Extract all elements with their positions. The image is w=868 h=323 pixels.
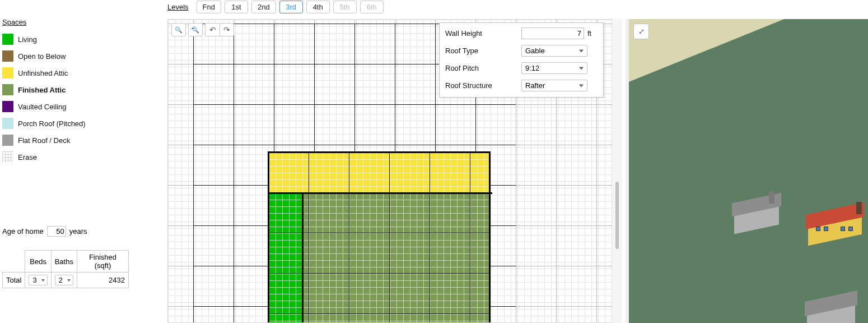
baths-select[interactable]: 2 — [55, 275, 73, 285]
swatch-living — [2, 34, 13, 45]
roof-struct-label: Roof Structure — [445, 81, 518, 90]
roof-pitch-label: Roof Pitch — [445, 64, 518, 72]
floor-outline — [268, 151, 491, 323]
space-unfin-label: Unfinished Attic — [18, 69, 68, 77]
orbit-button[interactable]: ↔ — [633, 24, 649, 39]
stats-table: Beds Baths Finished (sqft) Total 3 2 243… — [2, 250, 129, 288]
zoom-out-button[interactable] — [188, 23, 203, 36]
roof-pitch-select[interactable]: 9:12 — [521, 62, 587, 74]
finished-sqft: 2432 — [77, 273, 128, 288]
space-flat-label: Flat Roof / Deck — [18, 136, 70, 145]
wall-height-unit: ft — [587, 29, 598, 38]
levels-bar: Levels Fnd 1st 2nd 3rd 4th 5th 6th — [167, 0, 384, 13]
swatch-erase — [2, 151, 13, 163]
spaces-panel: Spaces Living Open to Below Unfinished A… — [0, 18, 129, 288]
space-open-label: Open to Below — [18, 52, 66, 61]
swatch-unfin — [2, 67, 13, 79]
swatch-vault — [2, 101, 13, 112]
roof-struct-select[interactable]: Rafter — [521, 80, 587, 91]
space-fin-label: Finished Attic — [18, 86, 66, 94]
hdr-baths: Baths — [51, 251, 77, 273]
swatch-flat — [2, 135, 13, 146]
canvas-scrollbar[interactable] — [612, 19, 622, 323]
roof-type-select[interactable]: Gable — [521, 45, 587, 57]
floor-properties: Wall Height ft Roof Type Gable Roof Pitc… — [439, 22, 604, 98]
age-input[interactable] — [47, 226, 66, 237]
hdr-beds: Beds — [25, 251, 51, 273]
undo-button[interactable] — [205, 23, 220, 36]
orbit-icon: ↔ — [634, 25, 648, 38]
level-fnd[interactable]: Fnd — [197, 1, 221, 13]
hdr-finished: Finished (sqft) — [77, 251, 128, 273]
level-3rd[interactable]: 3rd — [279, 1, 303, 13]
space-porch-label: Porch Roof (Pitched) — [18, 119, 86, 128]
canvas-tools — [171, 23, 234, 36]
level-2nd[interactable]: 2nd — [251, 1, 276, 13]
age-row: Age of home years — [2, 226, 129, 237]
zoom-in-button[interactable] — [171, 23, 186, 36]
levels-label[interactable]: Levels — [167, 3, 189, 11]
space-vault-label: Vaulted Ceiling — [18, 103, 66, 111]
space-vaulted[interactable]: Vaulted Ceiling — [2, 98, 129, 115]
space-finished-attic[interactable]: Finished Attic — [2, 81, 129, 98]
space-living-label: Living — [18, 35, 37, 44]
swatch-open — [2, 50, 13, 62]
redo-button[interactable] — [220, 23, 234, 36]
swatch-fin — [2, 84, 13, 95]
wall-height-input[interactable] — [521, 27, 584, 39]
level-6th: 6th — [360, 1, 384, 13]
level-1st[interactable]: 1st — [225, 1, 248, 13]
age-unit: years — [69, 227, 87, 236]
row-total-label: Total — [3, 273, 25, 288]
space-erase-label: Erase — [18, 153, 37, 162]
space-flat-roof[interactable]: Flat Roof / Deck — [2, 132, 129, 149]
ground-plane — [626, 19, 868, 323]
level-5th: 5th — [333, 1, 357, 13]
divider-green — [302, 193, 304, 323]
beds-select[interactable]: 3 — [29, 275, 47, 285]
space-open-below[interactable]: Open to Below — [2, 48, 129, 64]
3d-view[interactable]: ↔ — [626, 19, 868, 323]
space-living[interactable]: Living — [2, 31, 129, 48]
space-erase[interactable]: Erase — [2, 149, 129, 165]
wall-height-label: Wall Height — [445, 29, 518, 38]
level-4th[interactable]: 4th — [306, 1, 330, 13]
roof-type-label: Roof Type — [445, 47, 518, 55]
scroll-thumb[interactable] — [615, 182, 619, 249]
spaces-title[interactable]: Spaces — [2, 18, 26, 26]
space-unfinished-attic[interactable]: Unfinished Attic — [2, 64, 129, 81]
space-porch-roof[interactable]: Porch Roof (Pitched) — [2, 115, 129, 132]
age-label: Age of home — [2, 227, 44, 236]
swatch-porch — [2, 118, 13, 129]
